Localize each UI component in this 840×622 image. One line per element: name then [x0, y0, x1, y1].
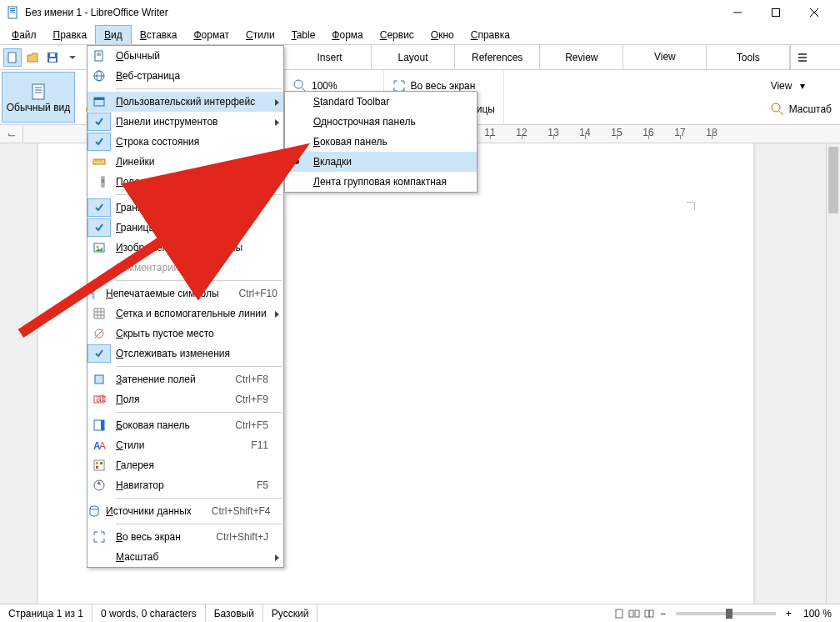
status-view-multi[interactable] — [628, 607, 641, 620]
status-zoom-percent[interactable]: 100 % — [795, 604, 840, 622]
menubar-item-вид[interactable]: Вид — [95, 25, 132, 44]
globe-icon — [92, 69, 106, 83]
svg-point-21 — [294, 80, 302, 88]
view-menu-item[interactable]: Обычный — [88, 46, 283, 66]
ribbon-tab-layout[interactable]: Layout — [372, 45, 455, 69]
svg-rect-58 — [96, 466, 98, 469]
status-bar: Страница 1 из 1 0 words, 0 characters Ба… — [0, 604, 840, 622]
status-page[interactable]: Страница 1 из 1 — [0, 604, 92, 622]
ui-submenu-item[interactable]: Вкладки — [285, 152, 477, 172]
zoom-slider-knob[interactable] — [726, 609, 732, 619]
view-menu-item[interactable]: Масштаб — [88, 547, 283, 567]
zoom-icon — [771, 103, 784, 116]
nav-icon — [92, 479, 106, 492]
status-language[interactable]: Русский — [263, 604, 318, 622]
svg-rect-37 — [93, 159, 105, 164]
normal-view-label: Обычный вид — [7, 102, 70, 113]
view-menu-item[interactable]: Отслеживать изменения — [88, 344, 283, 364]
view-menu-item[interactable]: Источники данныхCtrl+Shift+F4 — [88, 501, 283, 521]
normal-view-button[interactable]: Обычный вид — [2, 72, 75, 123]
zoom-out-icon[interactable]: − — [657, 608, 669, 619]
close-button[interactable] — [795, 0, 833, 25]
view-menu-item[interactable]: AAСтилиF11 — [88, 435, 283, 455]
view-menu-item[interactable]: Боковая панельCtrl+F5 — [88, 415, 283, 435]
svg-rect-5 — [772, 9, 780, 17]
view-menu-item[interactable]: НавигаторF5 — [88, 475, 283, 495]
ui-icon — [92, 95, 106, 108]
view-menu-item[interactable]: Скрыть пустое место — [88, 324, 283, 344]
svg-rect-52 — [101, 420, 104, 430]
menubar-item-справка[interactable]: Справка — [462, 25, 518, 44]
view-menu-item[interactable]: Веб-страница — [88, 66, 283, 86]
qat-open[interactable] — [23, 48, 42, 67]
zoom-slider[interactable] — [676, 612, 776, 615]
view-menu-item[interactable]: Галерея — [88, 455, 283, 475]
ribbon-tab-insert[interactable]: Insert — [288, 45, 372, 69]
qat-arrow[interactable] — [63, 48, 82, 67]
view-menu-item[interactable]: Строка состояния — [88, 132, 283, 152]
menubar-item-формат[interactable]: Формат — [185, 25, 238, 44]
svg-rect-29 — [95, 51, 102, 61]
title-bar: Без имени 1 - LibreOffice Writer — [0, 0, 840, 25]
view-menu-item[interactable]: Пользовательский интерфейс — [88, 92, 283, 112]
status-style[interactable]: Базовый — [206, 604, 263, 622]
ribbon-overflow-button[interactable] — [790, 45, 813, 69]
svg-rect-56 — [96, 462, 98, 464]
status-view-single[interactable] — [612, 607, 626, 620]
vertical-scrollbar[interactable] — [826, 143, 840, 604]
svg-rect-10 — [49, 58, 56, 62]
grid-icon — [92, 307, 106, 320]
margin-corner-mark — [687, 202, 695, 210]
minimize-button[interactable] — [718, 0, 757, 25]
ribbon-tab-tools[interactable]: Tools — [707, 45, 790, 69]
ui-submenu-item[interactable]: Однострочная панель — [285, 112, 477, 132]
menu-bar: ФайлПравкаВидВставкаФорматСтилиTableФорм… — [0, 25, 840, 45]
menubar-item-правка[interactable]: Правка — [45, 25, 96, 44]
ui-submenu-item[interactable]: Standard Toolbar — [285, 92, 477, 112]
view-menu-item[interactable]: abПоляCtrl+F9 — [88, 389, 283, 409]
svg-point-44 — [97, 246, 99, 248]
qat-new[interactable] — [3, 48, 22, 67]
view-menu-item[interactable]: Сетка и вспомогательные линии — [88, 303, 283, 324]
scroll-icon — [92, 175, 106, 188]
qat-save[interactable] — [43, 48, 62, 67]
svg-rect-11 — [50, 53, 55, 57]
view-menu-item[interactable]: Полосы прокрутки — [88, 172, 283, 192]
svg-rect-15 — [32, 84, 44, 99]
ribbon-tab-review[interactable]: Review — [540, 45, 623, 69]
menubar-item-стили[interactable]: Стили — [238, 25, 283, 44]
page-icon — [92, 49, 106, 63]
view-menu-item: Комментарии — [88, 258, 283, 278]
view-menu-item[interactable]: Границы текста — [88, 198, 283, 218]
view-menu-item[interactable]: Линейки — [88, 152, 283, 172]
scrollbar-thumb[interactable] — [828, 147, 838, 213]
pilcrow-icon: ¶ — [88, 287, 101, 300]
full-icon — [92, 530, 106, 544]
menubar-item-сервис[interactable]: Сервис — [372, 25, 422, 44]
ui-submenu-item[interactable]: Лента групповая компактная — [285, 172, 477, 192]
menubar-item-файл[interactable]: Файл — [3, 25, 45, 44]
svg-rect-42 — [102, 179, 104, 183]
hide-icon — [92, 327, 106, 340]
menubar-item-окно[interactable]: Окно — [422, 25, 462, 44]
status-view-book[interactable] — [642, 607, 656, 620]
menubar-item-форма[interactable]: Форма — [323, 25, 371, 44]
svg-rect-63 — [616, 609, 622, 618]
ribbon-tab-references[interactable]: References — [455, 45, 540, 69]
view-menu-item[interactable]: Во весь экранCtrl+Shift+J — [88, 527, 283, 547]
zoom-in-icon[interactable]: + — [782, 608, 795, 619]
ruler-corner[interactable]: ⌙ — [0, 125, 23, 143]
ribbon-scale-dropdown[interactable]: Масштаб — [771, 100, 832, 118]
maximize-button[interactable] — [757, 0, 795, 25]
ribbon-view-dropdown[interactable]: View ▾ — [771, 77, 832, 95]
view-menu-item[interactable]: Изображения и диаграммы — [88, 238, 283, 258]
ribbon-tab-view[interactable]: View — [623, 45, 707, 69]
view-menu-item[interactable]: ¶Непечатаемые символыCtrl+F10 — [88, 283, 283, 303]
status-words[interactable]: 0 words, 0 characters — [92, 604, 206, 622]
ui-submenu-item[interactable]: Боковая панель — [285, 132, 477, 152]
view-menu-item[interactable]: Затенение полейCtrl+F8 — [88, 369, 283, 389]
menubar-item-table[interactable]: Table — [283, 25, 324, 44]
view-menu-item[interactable]: Панели инструментов — [88, 112, 283, 132]
menubar-item-вставка[interactable]: Вставка — [132, 25, 186, 44]
view-menu-item[interactable]: Границы таблиц — [88, 218, 283, 238]
